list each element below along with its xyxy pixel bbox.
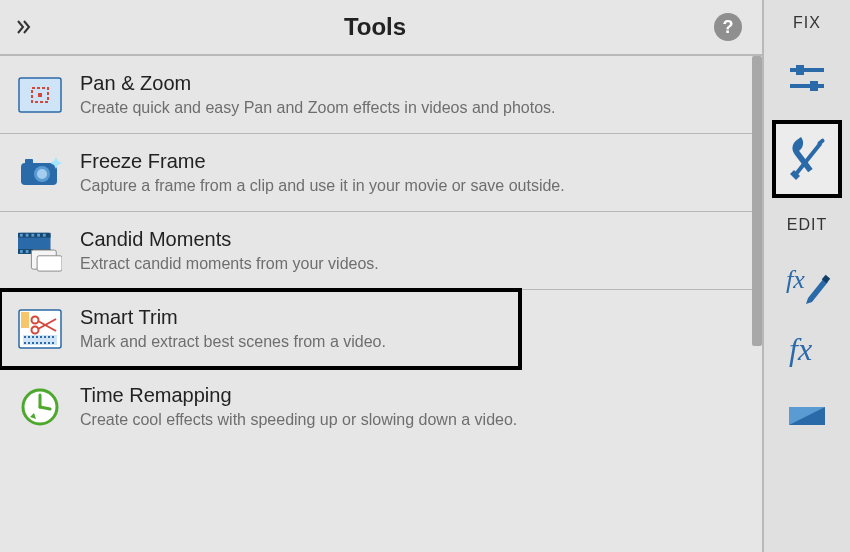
tool-item-title: Freeze Frame (80, 150, 744, 173)
media-icon (787, 407, 827, 425)
svg-rect-25 (24, 336, 26, 338)
tools-panel: Tools ? Pan & Zoom Cre (0, 0, 764, 552)
tool-item-text: Pan & Zoom Create quick and easy Pan and… (80, 72, 744, 117)
svg-rect-12 (31, 233, 34, 236)
svg-rect-11 (26, 233, 29, 236)
fx-icon: fx (785, 330, 829, 370)
edit-buttons-group: fx fx (777, 258, 837, 442)
svg-rect-27 (32, 336, 34, 338)
sliders-icon (786, 60, 828, 96)
sidebar-adjust-button[interactable] (772, 46, 842, 110)
svg-rect-21 (37, 255, 62, 270)
sidebar-tools-button[interactable] (772, 120, 842, 198)
tool-item-desc: Create quick and easy Pan and Zoom effec… (80, 99, 744, 117)
svg-line-47 (40, 407, 50, 409)
tool-item-title: Smart Trim (80, 306, 502, 329)
fix-label: FIX (793, 14, 821, 32)
svg-rect-52 (810, 81, 818, 91)
tool-item-title: Pan & Zoom (80, 72, 744, 95)
svg-rect-26 (28, 336, 30, 338)
tool-item-smart-trim[interactable]: Smart Trim Mark and extract best scenes … (0, 290, 520, 368)
tool-item-text: Smart Trim Mark and extract best scenes … (80, 306, 502, 351)
tool-item-candid-moments[interactable]: Candid Moments Extract candid moments fr… (0, 212, 762, 290)
svg-rect-37 (40, 342, 42, 344)
svg-rect-2 (38, 93, 42, 97)
help-button[interactable]: ? (714, 13, 742, 41)
tool-item-title: Candid Moments (80, 228, 744, 251)
tools-list-wrap: Pan & Zoom Create quick and easy Pan and… (0, 56, 762, 552)
svg-rect-16 (26, 250, 29, 253)
sidebar-fx-edit-button[interactable]: fx (777, 258, 837, 310)
svg-rect-34 (28, 342, 30, 344)
chevron-double-right-icon (16, 19, 32, 35)
svg-rect-38 (44, 342, 46, 344)
svg-rect-50 (796, 65, 804, 75)
svg-rect-14 (43, 233, 46, 236)
smart-trim-icon (18, 309, 62, 349)
app-root: Tools ? Pan & Zoom Cre (0, 0, 850, 552)
svg-rect-31 (48, 336, 50, 338)
pan-zoom-icon (18, 75, 62, 115)
svg-text:fx: fx (786, 265, 805, 294)
svg-rect-40 (52, 342, 54, 344)
tools-icon (784, 136, 830, 182)
help-icon: ? (723, 17, 734, 38)
svg-point-6 (37, 169, 47, 179)
svg-rect-33 (24, 342, 26, 344)
collapse-panel-button[interactable] (12, 19, 36, 35)
svg-text:fx: fx (789, 331, 812, 367)
svg-rect-10 (20, 233, 23, 236)
tool-item-time-remapping[interactable]: Time Remapping Create cool effects with … (0, 368, 762, 445)
svg-rect-35 (32, 342, 34, 344)
svg-rect-30 (44, 336, 46, 338)
candid-moments-icon (18, 231, 62, 271)
time-remapping-icon (18, 387, 62, 427)
sidebar-media-button[interactable] (777, 390, 837, 442)
tool-item-text: Freeze Frame Capture a frame from a clip… (80, 150, 744, 195)
tool-item-pan-zoom[interactable]: Pan & Zoom Create quick and easy Pan and… (0, 56, 762, 134)
right-sidebar: FIX EDIT fx (764, 0, 850, 552)
panel-header: Tools ? (0, 0, 762, 56)
svg-rect-28 (36, 336, 38, 338)
tool-item-text: Time Remapping Create cool effects with … (80, 384, 744, 429)
tools-list: Pan & Zoom Create quick and easy Pan and… (0, 56, 762, 552)
edit-label: EDIT (787, 216, 827, 234)
scrollbar-thumb[interactable] (752, 56, 762, 346)
svg-rect-4 (25, 159, 33, 165)
svg-rect-32 (52, 336, 54, 338)
svg-rect-39 (48, 342, 50, 344)
scrollbar[interactable] (752, 56, 762, 552)
tool-item-desc: Mark and extract best scenes from a vide… (80, 333, 502, 351)
svg-rect-36 (36, 342, 38, 344)
sidebar-fx-button[interactable]: fx (777, 324, 837, 376)
tool-item-title: Time Remapping (80, 384, 744, 407)
svg-rect-29 (40, 336, 42, 338)
svg-rect-23 (21, 312, 29, 328)
tool-item-desc: Extract candid moments from your videos. (80, 255, 744, 273)
tool-item-desc: Capture a frame from a clip and use it i… (80, 177, 744, 195)
svg-rect-15 (20, 250, 23, 253)
fx-pencil-icon: fx (784, 264, 830, 304)
freeze-frame-icon (18, 153, 62, 193)
panel-title: Tools (36, 13, 714, 41)
tool-item-freeze-frame[interactable]: Freeze Frame Capture a frame from a clip… (0, 134, 762, 212)
tool-item-text: Candid Moments Extract candid moments fr… (80, 228, 744, 273)
svg-rect-13 (37, 233, 40, 236)
tool-item-desc: Create cool effects with speeding up or … (80, 411, 744, 429)
